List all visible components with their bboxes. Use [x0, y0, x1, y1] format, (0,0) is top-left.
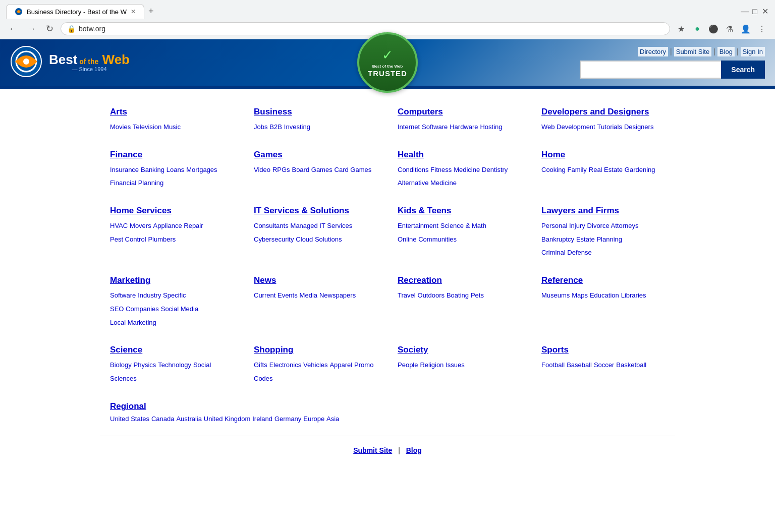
sub-link-society-2[interactable]: Issues [446, 361, 465, 369]
sub-link-shopping-3[interactable]: Apparel [329, 361, 352, 369]
tab-close-button[interactable]: ✕ [131, 8, 136, 15]
sub-link-marketing-2[interactable]: SEO Companies [110, 305, 159, 313]
category-title-recreation[interactable]: Recreation [398, 275, 521, 285]
menu-button[interactable]: ⋮ [755, 22, 769, 36]
sub-link-games-3[interactable]: Card Games [335, 166, 372, 173]
sub-link-regional-3[interactable]: United Kingdom [204, 415, 251, 423]
sub-link-reference-1[interactable]: Maps [572, 291, 588, 299]
category-title-home[interactable]: Home [541, 150, 665, 160]
footer-blog-link[interactable]: Blog [406, 446, 422, 454]
sub-link-recreation-2[interactable]: Boating [447, 291, 469, 299]
sub-link-business-1[interactable]: B2B [269, 123, 282, 131]
sub-link-sports-0[interactable]: Football [541, 361, 565, 369]
category-title-developers[interactable]: Developers and Designers [541, 107, 665, 117]
new-tab-button[interactable]: + [144, 4, 158, 19]
sub-link-home-services-1[interactable]: Movers [130, 222, 151, 229]
nav-signin-link[interactable]: Sign In [741, 47, 765, 56]
sub-link-computers-0[interactable]: Internet [398, 123, 420, 131]
active-tab[interactable]: Business Directory - Best of the W ✕ [6, 4, 144, 19]
sub-link-home-3[interactable]: Gardening [625, 166, 655, 173]
sub-link-regional-1[interactable]: Canada [151, 415, 175, 423]
sub-link-developers-0[interactable]: Web Development [541, 123, 595, 131]
sub-link-society-1[interactable]: Religion [420, 361, 444, 369]
category-title-society[interactable]: Society [398, 345, 521, 355]
sub-link-arts-0[interactable]: Movies [110, 123, 131, 131]
sub-link-home-services-0[interactable]: HVAC [110, 222, 128, 229]
category-title-news[interactable]: News [254, 275, 377, 285]
category-title-marketing[interactable]: Marketing [110, 275, 234, 285]
category-title-science[interactable]: Science [110, 345, 234, 355]
sub-link-news-0[interactable]: Current Events [254, 291, 298, 299]
sub-link-marketing-4[interactable]: Local Marketing [110, 319, 156, 326]
category-title-games[interactable]: Games [254, 150, 377, 160]
sub-link-it-services-1[interactable]: Managed IT Services [291, 222, 353, 229]
sub-link-shopping-2[interactable]: Vehicles [303, 361, 327, 369]
close-button[interactable]: ✕ [761, 8, 769, 16]
sub-link-regional-0[interactable]: United States [110, 415, 149, 423]
sub-link-marketing-1[interactable]: Industry Specific [138, 291, 186, 299]
sub-link-reference-2[interactable]: Education [590, 291, 619, 299]
sub-link-shopping-0[interactable]: Gifts [254, 361, 267, 369]
sub-link-it-services-2[interactable]: Cybersecurity [254, 235, 294, 243]
sub-link-games-2[interactable]: Board Games [292, 166, 332, 173]
sub-link-regional-5[interactable]: Germany [274, 415, 301, 423]
category-title-arts[interactable]: Arts [110, 107, 234, 117]
sub-link-news-2[interactable]: Newspapers [319, 291, 356, 299]
sub-link-regional-4[interactable]: Ireland [252, 415, 272, 423]
sub-link-home-2[interactable]: Real Estate [589, 166, 623, 173]
sub-link-health-3[interactable]: Dentistry [482, 166, 508, 173]
sub-link-regional-2[interactable]: Australia [176, 415, 202, 423]
sub-link-computers-2[interactable]: Hardware [450, 123, 478, 131]
extensions-button[interactable]: ⚗ [723, 22, 737, 36]
sub-link-lawyers-1[interactable]: Divorce Attorneys [587, 222, 639, 229]
sub-link-computers-1[interactable]: Software [422, 123, 448, 131]
sub-link-finance-4[interactable]: Financial Planning [110, 179, 163, 187]
bookmark-button[interactable]: ★ [674, 22, 688, 36]
sub-link-finance-2[interactable]: Loans [167, 166, 184, 173]
category-title-home-services[interactable]: Home Services [110, 206, 234, 216]
extension-button-block[interactable]: ⚫ [706, 22, 721, 36]
sub-link-home-services-3[interactable]: Pest Control [110, 235, 146, 243]
sub-link-arts-2[interactable]: Music [163, 123, 181, 131]
category-title-kids-teens[interactable]: Kids & Teens [398, 206, 521, 216]
category-title-health[interactable]: Health [398, 150, 521, 160]
sub-link-regional-7[interactable]: Asia [326, 415, 339, 423]
sub-link-science-2[interactable]: Technology [158, 361, 191, 369]
sub-link-shopping-1[interactable]: Electronics [269, 361, 302, 369]
nav-submit-link[interactable]: Submit Site [674, 47, 711, 56]
profile-button[interactable]: 👤 [739, 22, 753, 36]
search-button[interactable]: Search [721, 61, 765, 79]
sub-link-recreation-0[interactable]: Travel [398, 291, 416, 299]
sub-link-games-0[interactable]: Video [254, 166, 270, 173]
maximize-button[interactable]: □ [751, 8, 759, 16]
sub-link-science-0[interactable]: Biology [110, 361, 132, 369]
sub-link-marketing-3[interactable]: Social Media [161, 305, 198, 313]
extension-button-green[interactable]: ● [690, 22, 704, 36]
sub-link-recreation-3[interactable]: Pets [471, 291, 484, 299]
sub-link-computers-3[interactable]: Hosting [480, 123, 502, 131]
sub-link-finance-0[interactable]: Insurance [110, 166, 139, 173]
search-input[interactable] [580, 61, 721, 79]
category-title-business[interactable]: Business [254, 107, 377, 117]
sub-link-business-2[interactable]: Investing [284, 123, 310, 131]
sub-link-health-2[interactable]: Medicine [454, 166, 480, 173]
sub-link-recreation-1[interactable]: Outdoors [418, 291, 445, 299]
sub-link-health-0[interactable]: Conditions [398, 166, 428, 173]
sub-link-it-services-0[interactable]: Consultants [254, 222, 289, 229]
sub-link-lawyers-4[interactable]: Criminal Defense [541, 249, 592, 256]
sub-link-home-services-4[interactable]: Plumbers [148, 235, 176, 243]
sub-link-society-0[interactable]: People [398, 361, 418, 369]
site-logo[interactable]: Best of the Web — Since 1994 [10, 45, 130, 80]
sub-link-lawyers-3[interactable]: Estate Planning [576, 235, 622, 243]
sub-link-regional-6[interactable]: Europe [303, 415, 324, 423]
category-title-regional[interactable]: Regional [110, 401, 665, 411]
sub-link-home-0[interactable]: Cooking [541, 166, 566, 173]
sub-link-marketing-0[interactable]: Software [110, 291, 136, 299]
sub-link-sports-1[interactable]: Baseball [567, 361, 592, 369]
category-title-it-services[interactable]: IT Services & Solutions [254, 206, 377, 216]
sub-link-kids-teens-0[interactable]: Entertainment [398, 222, 438, 229]
sub-link-games-1[interactable]: RPGs [272, 166, 290, 173]
sub-link-business-0[interactable]: Jobs [254, 123, 267, 131]
sub-link-developers-2[interactable]: Designers [624, 123, 654, 131]
category-title-finance[interactable]: Finance [110, 150, 234, 160]
